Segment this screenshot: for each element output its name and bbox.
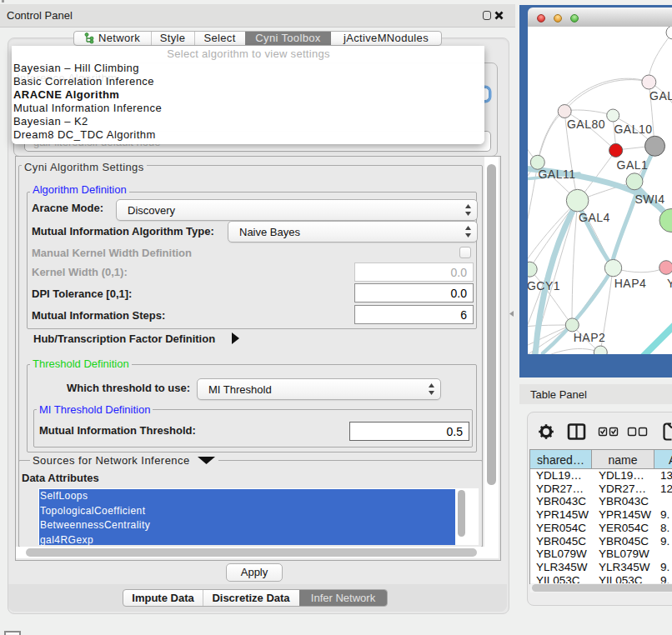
svg-text:GAL1: GAL1 bbox=[617, 158, 649, 172]
svg-text:SWI4: SWI4 bbox=[634, 192, 664, 206]
svg-text:HAP2: HAP2 bbox=[574, 331, 606, 344]
svg-text:GCY1: GCY1 bbox=[528, 279, 560, 292]
svg-text:GAL4: GAL4 bbox=[579, 211, 610, 224]
svg-text:Y: Y bbox=[667, 277, 672, 290]
svg-text:GAL10: GAL10 bbox=[614, 122, 652, 136]
svg-text:GAL80: GAL80 bbox=[567, 118, 605, 131]
svg-text:HAP4: HAP4 bbox=[614, 277, 647, 290]
svg-text:GAL8: GAL8 bbox=[649, 89, 672, 102]
svg-text:GAL11: GAL11 bbox=[538, 168, 575, 181]
